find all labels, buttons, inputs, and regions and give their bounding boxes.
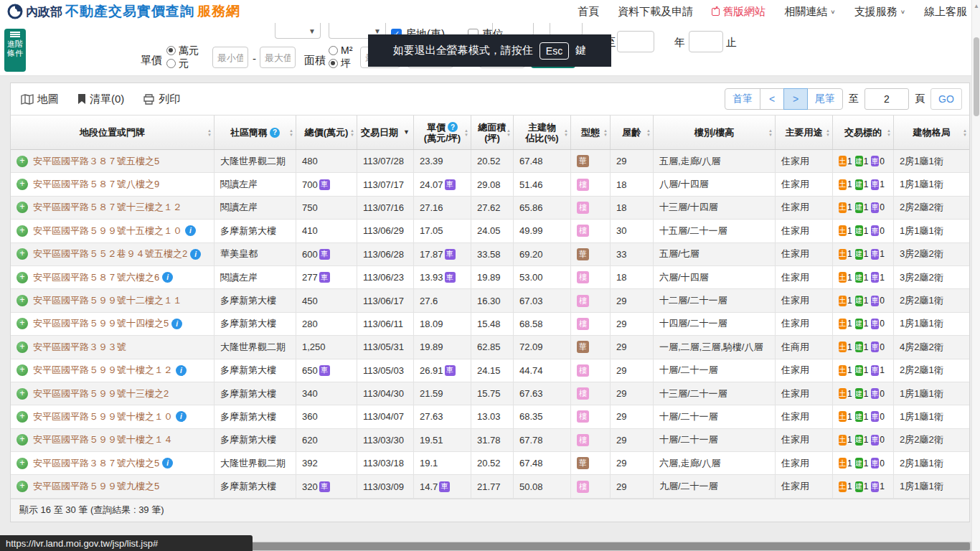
unit-price-min-input[interactable]	[212, 47, 248, 68]
address-link[interactable]: 安平區國平路５９９號十三樓之2	[33, 387, 169, 400]
expand-row-icon[interactable]: +	[17, 272, 28, 283]
table-row[interactable]: +安平區國平路５５２巷９４號五樓之2i華美皇都600車113/06/2817.8…	[11, 243, 969, 266]
expand-row-icon[interactable]: +	[17, 248, 28, 260]
target-count: 1	[847, 202, 852, 212]
address-link[interactable]: 安平區國平路５９９號十五樓之１０	[33, 225, 182, 237]
nav-item-5[interactable]: 線上客服	[924, 5, 967, 19]
filter-select-1[interactable]: ▼	[275, 23, 321, 39]
nav-item-4[interactable]: 支援服務∨	[854, 5, 905, 19]
expand-row-icon[interactable]: +	[17, 411, 28, 423]
nav-item-3[interactable]: 相關連結∨	[784, 5, 835, 19]
info-icon[interactable]: i	[176, 411, 187, 422]
address-link[interactable]: 安平區國平路３９３號	[33, 341, 126, 354]
expand-row-icon[interactable]: +	[17, 458, 28, 469]
address-link[interactable]: 安平區國平路３８７號六樓之5	[33, 457, 159, 470]
first-page-button[interactable]: 首筆	[725, 88, 760, 110]
column-header-6[interactable]: 主建物佔比(%)▲ ▼	[514, 116, 571, 149]
address-link[interactable]: 安平區國平路５９９號十四樓之5	[33, 317, 169, 330]
period-month-to-input[interactable]	[689, 31, 723, 52]
expand-row-icon[interactable]: +	[17, 388, 28, 400]
info-icon[interactable]: i	[190, 249, 201, 260]
help-icon[interactable]: ?	[448, 122, 458, 132]
expand-row-icon[interactable]: +	[17, 481, 28, 492]
column-header-8[interactable]: 屋齡▲ ▼	[611, 116, 654, 149]
column-header-5[interactable]: 總面積(坪)▲ ▼	[471, 116, 514, 149]
table-row[interactable]: +安平區國平路５９９號九樓之5多摩新第大樓320車113/03/0914.7車2…	[11, 475, 969, 498]
address-link[interactable]: 安平區國平路５８７號八樓之9	[33, 178, 159, 191]
print-button[interactable]: 列印	[143, 93, 180, 106]
table-row[interactable]: +安平區國平路５９９號十五樓之１０i多摩新第大樓410113/06/2917.0…	[11, 220, 969, 242]
table-row[interactable]: +安平區國平路３８７號六樓之5i大隆世界觀二期392113/03/1819.12…	[11, 452, 969, 475]
column-header-9[interactable]: 樓別/樓高▲ ▼	[654, 116, 776, 149]
vertical-scrollbar[interactable]: ▲	[971, 0, 980, 551]
radio-wan-yuan[interactable]: 萬元	[166, 44, 199, 56]
horizontal-scrollbar-thumb[interactable]	[248, 542, 970, 550]
address-link[interactable]: 安平區國平路５８７號十三樓之１２	[33, 201, 182, 214]
info-icon[interactable]: i	[185, 225, 196, 236]
nav-item-0[interactable]: 首頁	[578, 5, 599, 19]
site-brand[interactable]: 內政部 不動產交易實價查詢 服務網	[7, 2, 240, 21]
expand-row-icon[interactable]: +	[17, 364, 28, 376]
advanced-filter-button[interactable]: 進階 條件	[4, 29, 26, 72]
map-button[interactable]: 地圖	[21, 93, 59, 106]
prev-page-button[interactable]: <	[760, 88, 784, 110]
address-link[interactable]: 安平區國平路５９９號十樓之１０	[33, 410, 173, 423]
scroll-up-arrow-icon[interactable]: ▲	[974, 3, 979, 9]
column-header-7[interactable]: 型態▲ ▼	[571, 116, 611, 149]
table-row[interactable]: +安平區國平路５９９號十四樓之5i多摩新第大樓280113/06/1118.09…	[11, 313, 969, 336]
cell-unit-price: 24.07車	[414, 173, 471, 195]
expand-row-icon[interactable]: +	[17, 295, 28, 306]
column-header-2[interactable]: 總價(萬元)▲ ▼	[296, 116, 357, 149]
table-row[interactable]: +安平區國平路５９９號十樓之１２i多摩新第大樓650車113/05/0326.9…	[11, 359, 969, 382]
expand-row-icon[interactable]: +	[17, 318, 28, 329]
column-header-12[interactable]: 建物格局▲ ▼	[894, 116, 969, 149]
expand-row-icon[interactable]: +	[17, 342, 28, 353]
page-number-input[interactable]	[864, 88, 909, 110]
address-link[interactable]: 安平區國平路５９９號十二樓之１１	[33, 294, 182, 307]
list-button[interactable]: 清單(0)	[77, 93, 124, 106]
next-page-button[interactable]: >	[783, 88, 808, 110]
info-icon[interactable]: i	[162, 272, 173, 283]
column-header-10[interactable]: 主要用途▲ ▼	[776, 116, 833, 149]
period-year-to-input[interactable]	[617, 31, 654, 52]
column-header-3[interactable]: 交易日期▼	[357, 116, 414, 149]
expand-row-icon[interactable]: +	[17, 434, 28, 446]
address-link[interactable]: 安平區國平路５９９號十樓之１４	[33, 433, 173, 446]
radio-yuan[interactable]: 元	[166, 57, 199, 69]
table-row[interactable]: +安平區國平路３９３號大隆世界觀二期1,250113/05/3119.8962.…	[11, 336, 969, 359]
info-icon[interactable]: i	[162, 458, 173, 468]
address-link[interactable]: 安平區國平路５９９號十樓之１２	[33, 364, 173, 377]
table-row[interactable]: +安平區國平路５８７號八樓之9閱讀左岸700車113/07/1724.07車29…	[11, 173, 969, 196]
help-icon[interactable]: ?	[270, 128, 280, 138]
column-header-0[interactable]: 地段位置或門牌▲ ▼	[11, 116, 215, 149]
address-link[interactable]: 安平區國平路５８７號六樓之6	[33, 271, 159, 284]
table-row[interactable]: +安平區國平路３８７號五樓之5大隆世界觀二期480113/07/2823.392…	[11, 150, 969, 173]
expand-row-icon[interactable]: +	[17, 202, 28, 213]
info-icon[interactable]: i	[176, 365, 187, 376]
go-button[interactable]: GO	[930, 88, 962, 110]
unit-price-max-input[interactable]	[260, 47, 296, 68]
vertical-scrollbar-thumb[interactable]	[974, 37, 979, 116]
nav-item-2[interactable]: 舊版網站	[712, 5, 765, 19]
column-header-4[interactable]: 單價?(萬元/坪)▲ ▼	[414, 116, 471, 149]
last-page-button[interactable]: 尾筆	[807, 88, 843, 110]
table-row[interactable]: +安平區國平路５９９號十樓之１０i多摩新第大樓360113/04/0727.63…	[11, 405, 969, 428]
table-row[interactable]: +安平區國平路５８７號六樓之6i閱讀左岸277車113/06/2313.93車1…	[11, 266, 969, 289]
radio-ping[interactable]: 坪	[329, 57, 352, 69]
address-link[interactable]: 安平區國平路５５２巷９４號五樓之2	[33, 248, 187, 260]
address-link[interactable]: 安平區國平路３８７號五樓之5	[33, 155, 159, 168]
info-icon[interactable]: i	[171, 319, 182, 329]
table-row[interactable]: +安平區國平路５９９號十三樓之2多摩新第大樓340113/04/3021.591…	[11, 382, 969, 405]
table-row[interactable]: +安平區國平路５９９號十二樓之１１多摩新第大樓450113/06/1727.61…	[11, 289, 969, 312]
column-header-11[interactable]: 交易標的▲ ▼	[833, 116, 894, 149]
table-row[interactable]: +安平區國平路５９９號十樓之１４多摩新第大樓620113/03/3019.513…	[11, 429, 969, 452]
expand-row-icon[interactable]: +	[17, 225, 28, 237]
expand-row-icon[interactable]: +	[17, 156, 28, 167]
column-header-1[interactable]: 社區簡稱?▲ ▼	[215, 116, 296, 149]
radio-m2[interactable]: M²	[329, 44, 352, 56]
address-link[interactable]: 安平區國平路５９９號九樓之5	[33, 480, 159, 493]
table-row[interactable]: +安平區國平路５８７號十三樓之１２閱讀左岸750113/07/1627.1627…	[11, 197, 969, 220]
expand-row-icon[interactable]: +	[17, 179, 28, 190]
nav-item-1[interactable]: 資料下載及申請	[618, 5, 693, 19]
column-header-label: 建物格局	[913, 127, 951, 138]
